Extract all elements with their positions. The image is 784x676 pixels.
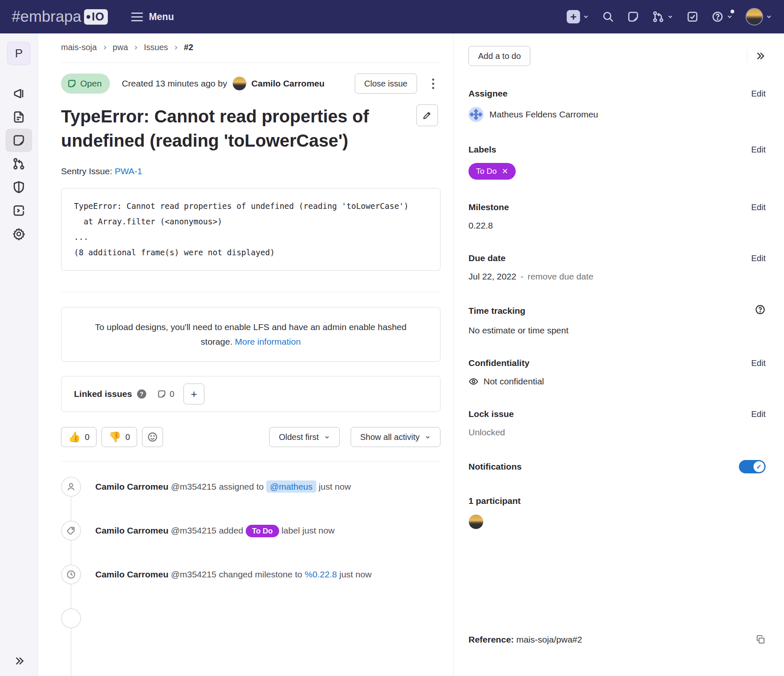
collapse-sidebar-button[interactable] bbox=[0, 655, 38, 667]
more-information-link[interactable]: More information bbox=[235, 337, 301, 346]
avatar bbox=[746, 8, 763, 25]
logo-badge-text: IO bbox=[92, 10, 105, 23]
edit-title-button[interactable] bbox=[416, 104, 438, 126]
sentry-issue-link[interactable]: PWA-1 bbox=[115, 166, 142, 176]
breadcrumb: mais-soja pwa Issues #2 bbox=[61, 43, 440, 52]
lock-issue-section: Lock issue Edit Unlocked bbox=[468, 409, 766, 437]
todo-done-icon bbox=[686, 10, 699, 23]
sidebar-item-merge-requests[interactable] bbox=[5, 152, 32, 175]
sentry-label: Sentry Issue: bbox=[61, 166, 112, 176]
copy-reference-button[interactable] bbox=[756, 635, 766, 645]
project-avatar[interactable]: P bbox=[7, 42, 31, 65]
milestone-title: Milestone bbox=[468, 202, 509, 212]
help-circle-icon bbox=[755, 304, 766, 315]
collapse-icon bbox=[13, 655, 25, 667]
help-dropdown[interactable] bbox=[711, 10, 733, 23]
sidebar-item-issues[interactable] bbox=[5, 129, 32, 152]
breadcrumb-issues[interactable]: Issues bbox=[144, 43, 168, 52]
due-date-edit-button[interactable]: Edit bbox=[751, 254, 766, 263]
sort-dropdown[interactable]: Oldest first bbox=[269, 427, 340, 447]
issue-status-row: Open Created 13 minutes ago by Camilo Ca… bbox=[61, 74, 440, 94]
timeline-author[interactable]: Camilo Carromeu bbox=[95, 526, 168, 535]
activity-divider bbox=[61, 461, 440, 462]
reference-value: mais-soja/pwa#2 bbox=[516, 635, 582, 644]
add-reaction-button[interactable] bbox=[142, 427, 163, 447]
vertical-divider bbox=[747, 50, 747, 62]
user-menu[interactable] bbox=[746, 8, 772, 25]
help-icon bbox=[711, 10, 724, 23]
activity-filter-dropdown[interactable]: Show all activity bbox=[351, 427, 440, 447]
assignee-avatar bbox=[468, 107, 484, 122]
issue-actions-kebab-menu[interactable] bbox=[425, 74, 440, 94]
chevron-down-icon bbox=[583, 13, 589, 20]
milestone-edit-button[interactable]: Edit bbox=[751, 203, 766, 212]
sidebar-top-row: Add a to do bbox=[468, 46, 766, 66]
add-linked-issue-button[interactable]: + bbox=[183, 384, 204, 404]
notification-dot bbox=[730, 9, 735, 14]
linked-issues-section: Linked issues ? 0 + bbox=[61, 376, 440, 412]
milestone-link[interactable]: %0.22.8 bbox=[305, 569, 337, 579]
assignee-edit-button[interactable]: Edit bbox=[751, 89, 766, 99]
menu-button[interactable]: Menu bbox=[131, 11, 174, 23]
chevron-right-icon bbox=[173, 45, 179, 51]
sidebar-item-security[interactable] bbox=[5, 175, 32, 199]
timeline-circle bbox=[61, 608, 81, 628]
timeline-time[interactable]: just now bbox=[339, 569, 372, 579]
created-text: Created 13 minutes ago by bbox=[122, 79, 227, 89]
thumbs-down-button[interactable]: 👎 0 bbox=[102, 427, 137, 447]
breadcrumb-project[interactable]: pwa bbox=[113, 43, 128, 52]
lock-issue-edit-button[interactable]: Edit bbox=[751, 409, 766, 419]
timeline-author[interactable]: Camilo Carromeu bbox=[95, 569, 168, 579]
add-todo-button[interactable]: Add a to do bbox=[468, 46, 530, 66]
timeline-item-label-added: Camilo Carromeu @m354215 added To Do lab… bbox=[61, 521, 440, 541]
clock-icon bbox=[61, 564, 81, 585]
breadcrumb-project-group[interactable]: mais-soja bbox=[61, 43, 97, 52]
embrapa-logo[interactable]: #embrapa IO bbox=[12, 8, 108, 25]
confidentiality-edit-button[interactable]: Edit bbox=[751, 358, 766, 368]
close-issue-button[interactable]: Close issue bbox=[355, 74, 417, 94]
sidebar-item-plan[interactable] bbox=[5, 105, 32, 129]
timeline-time[interactable]: just now bbox=[319, 482, 351, 491]
timeline-handle: @m354215 bbox=[171, 482, 216, 491]
sidebar-item-settings[interactable] bbox=[5, 222, 32, 246]
milestone-section: Milestone Edit 0.22.8 bbox=[468, 202, 766, 231]
code-line: ... bbox=[74, 229, 428, 245]
merge-requests-dropdown[interactable] bbox=[652, 10, 674, 23]
smiley-icon bbox=[147, 432, 158, 442]
notifications-toggle[interactable]: ✓ bbox=[739, 460, 766, 473]
todo-list-button[interactable] bbox=[686, 10, 699, 23]
timeline-item-assigned: Camilo Carromeu @m354215 assigned to @ma… bbox=[61, 477, 440, 497]
todo-label-chip[interactable]: To Do ✕ bbox=[468, 163, 516, 180]
thumbs-up-button[interactable]: 👍 0 bbox=[61, 427, 97, 447]
time-tracking-title: Time tracking bbox=[468, 306, 525, 316]
todo-label-chip[interactable]: To Do bbox=[246, 525, 279, 537]
remove-label-icon[interactable]: ✕ bbox=[502, 168, 508, 175]
collapse-sidebar-button[interactable] bbox=[755, 51, 766, 61]
help-question-icon[interactable]: ? bbox=[137, 389, 146, 399]
description-divider bbox=[61, 292, 440, 292]
header-divider bbox=[61, 62, 440, 63]
design-upload-notice: To upload designs, you'll need to enable… bbox=[61, 307, 440, 362]
time-tracking-help-button[interactable] bbox=[755, 304, 766, 317]
issue-main-panel: mais-soja pwa Issues #2 Open Created 13 … bbox=[38, 33, 453, 676]
sidebar-item-operate[interactable] bbox=[5, 199, 32, 222]
milestone-value[interactable]: 0.22.8 bbox=[468, 221, 493, 231]
labels-edit-button[interactable]: Edit bbox=[751, 145, 766, 155]
assignee-name[interactable]: Matheus Feldens Carromeu bbox=[489, 109, 598, 119]
assignee-mention-link[interactable]: @matheus bbox=[266, 480, 316, 493]
timeline-author[interactable]: Camilo Carromeu bbox=[95, 482, 168, 491]
linked-issues-count: 0 bbox=[157, 389, 174, 399]
toggle-check-icon: ✓ bbox=[753, 461, 764, 472]
author-avatar[interactable] bbox=[232, 76, 247, 91]
sidebar-item-manage[interactable] bbox=[5, 82, 32, 105]
operate-icon bbox=[12, 204, 25, 217]
participant-avatar[interactable] bbox=[468, 514, 484, 529]
timeline-time[interactable]: just now bbox=[303, 526, 335, 535]
reference-section: Reference: mais-soja/pwa#2 bbox=[468, 635, 766, 645]
new-item-dropdown[interactable]: + bbox=[567, 10, 589, 23]
error-code-block: TypeError: Cannot read properties of und… bbox=[61, 188, 440, 271]
author-name[interactable]: Camilo Carromeu bbox=[252, 79, 325, 89]
issues-nav-button[interactable] bbox=[627, 10, 639, 23]
remove-due-date-link[interactable]: remove due date bbox=[527, 272, 593, 282]
search-button[interactable] bbox=[602, 10, 614, 23]
